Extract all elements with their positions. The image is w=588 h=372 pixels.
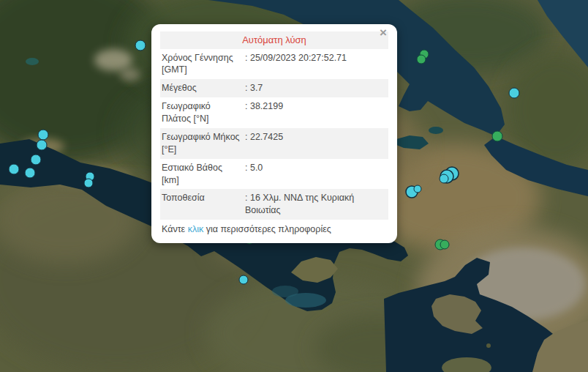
footer-pre-text: Κάντε bbox=[162, 224, 188, 234]
earthquake-marker[interactable] bbox=[417, 55, 426, 64]
popup-row-value: : 25/09/2023 20:27:52.71 bbox=[244, 49, 388, 80]
popup-row-value: : 16 Χλμ. ΝΝΔ της Κυριακή Βοιωτίας bbox=[244, 189, 388, 220]
popup-row: Τοποθεσία: 16 Χλμ. ΝΝΔ της Κυριακή Βοιωτ… bbox=[160, 189, 388, 220]
popup-row-value: : 3.7 bbox=[244, 79, 388, 97]
earthquake-marker[interactable] bbox=[84, 179, 93, 187]
popup-row-value: : 5.0 bbox=[244, 159, 388, 190]
popup-row: Χρόνος Γέννησης [GMT]: 25/09/2023 20:27:… bbox=[160, 49, 388, 80]
popup-row: Μέγεθος: 3.7 bbox=[160, 79, 388, 97]
popup-row-label: Χρόνος Γέννησης [GMT] bbox=[160, 49, 244, 80]
islet bbox=[486, 343, 491, 348]
earthquake-marker[interactable] bbox=[25, 168, 35, 178]
earthquake-marker[interactable] bbox=[37, 140, 47, 150]
earthquake-marker[interactable] bbox=[492, 131, 502, 141]
more-info-link[interactable]: κλικ bbox=[188, 224, 204, 234]
shallow-bay-accent2 bbox=[272, 286, 298, 297]
popup-footer: Κάντε κλικ για περισσότερες πληροφορίες bbox=[160, 220, 388, 239]
popup-row-label: Εστιακό Βάθος [km] bbox=[160, 159, 244, 190]
popup-row: Γεωγραφικό Μήκος [°E]: 22.7425 bbox=[160, 128, 388, 159]
earthquake-marker[interactable] bbox=[38, 130, 48, 140]
map-canvas[interactable]: × Αυτόματη λύση Χρόνος Γέννησης [GMT]: 2… bbox=[0, 0, 588, 372]
popup-row-label: Τοποθεσία bbox=[160, 189, 244, 220]
popup-table: Χρόνος Γέννησης [GMT]: 25/09/2023 20:27:… bbox=[160, 49, 388, 220]
popup-row: Γεωγραφικό Πλάτος [°N]: 38.2199 bbox=[160, 97, 388, 128]
earthquake-marker[interactable] bbox=[239, 275, 248, 284]
close-icon[interactable]: × bbox=[378, 25, 388, 40]
popup-row-value: : 38.2199 bbox=[244, 97, 388, 128]
earthquake-marker[interactable] bbox=[31, 155, 41, 165]
popup-table-body: Χρόνος Γέννησης [GMT]: 25/09/2023 20:27:… bbox=[160, 49, 388, 220]
earthquake-marker[interactable] bbox=[135, 40, 146, 51]
popup-row-label: Γεωγραφικό Μήκος [°E] bbox=[160, 128, 244, 159]
popup-row-value: : 22.7425 bbox=[244, 128, 388, 159]
footer-post-text: για περισσότερες πληροφορίες bbox=[203, 224, 331, 234]
popup-title: Αυτόματη λύση bbox=[160, 31, 388, 49]
earthquake-marker[interactable] bbox=[440, 240, 449, 249]
popup-row-label: Μέγεθος bbox=[160, 79, 244, 97]
earthquake-marker[interactable] bbox=[9, 164, 19, 174]
earthquake-marker[interactable] bbox=[509, 88, 519, 98]
mountain-lake bbox=[26, 58, 39, 65]
earthquake-marker[interactable] bbox=[414, 185, 421, 193]
popup-row: Εστιακό Βάθος [km]: 5.0 bbox=[160, 159, 388, 190]
earthquake-popup: × Αυτόματη λύση Χρόνος Γέννησης [GMT]: 2… bbox=[151, 24, 397, 243]
popup-row-label: Γεωγραφικό Πλάτος [°N] bbox=[160, 97, 244, 128]
lake-paralimni bbox=[429, 127, 443, 134]
earthquake-marker[interactable] bbox=[440, 174, 448, 183]
